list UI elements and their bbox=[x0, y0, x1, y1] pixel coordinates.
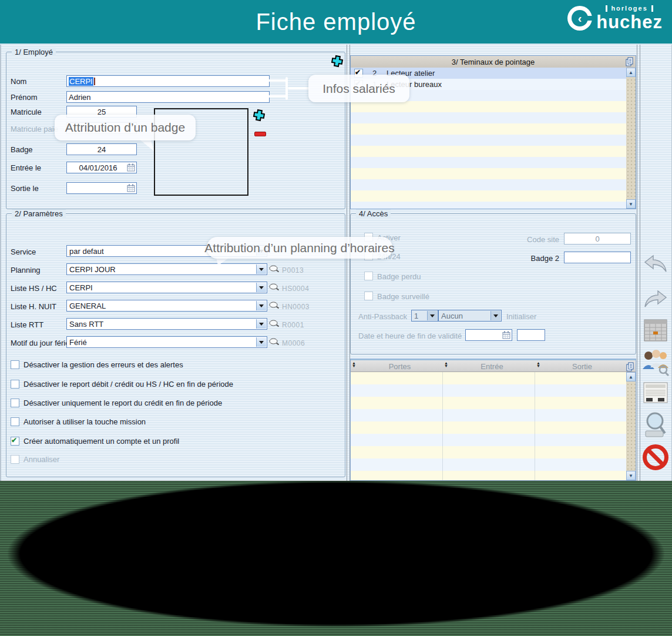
scroll-up-button[interactable]: ▲ bbox=[626, 372, 636, 381]
redo-arrow-icon[interactable] bbox=[640, 289, 671, 309]
entree-date-input[interactable]: 04/01/2016 bbox=[66, 162, 137, 173]
chevron-down-icon[interactable] bbox=[256, 265, 266, 274]
terminaux-scrollbar[interactable]: ▲ ▼ bbox=[626, 68, 636, 209]
calendar-icon[interactable] bbox=[127, 163, 135, 172]
checkbox-label: Annualiser bbox=[23, 455, 59, 464]
group-employe-legend: 1/ Employé bbox=[12, 48, 56, 56]
portes-table-header: ▲▼ Portes ▲▼ Entrée ▲▼ Sortie bbox=[351, 359, 636, 372]
checkbox-annualiser[interactable] bbox=[11, 455, 19, 464]
liste-nuit-code: HN0003 bbox=[282, 303, 310, 311]
undo-arrow-icon[interactable] bbox=[640, 254, 671, 274]
anti-passback-label: Anti-Passback bbox=[358, 312, 407, 321]
tooltip-connector bbox=[288, 87, 310, 89]
copy-icon[interactable] bbox=[626, 57, 633, 68]
sortie-label: Sortie le bbox=[11, 184, 39, 193]
terminaux-header: 3/ Teminaux de pointage bbox=[351, 56, 636, 68]
screenshot-root: Fiche employé ‹ horloges huchez 1/ Emplo… bbox=[0, 0, 672, 636]
employees-group-icon[interactable] bbox=[640, 348, 671, 376]
checkbox-desactiver-credit[interactable] bbox=[11, 399, 19, 407]
motif-ferie-label: Motif du jour férié bbox=[11, 339, 69, 347]
liste-rtt-label: Liste RTT bbox=[11, 320, 43, 329]
checkbox-touche-mission[interactable] bbox=[11, 417, 19, 426]
code-site-input[interactable]: 0 bbox=[564, 233, 631, 245]
liste-nuit-combo[interactable]: GENERAL bbox=[66, 300, 267, 312]
lookup-icon[interactable] bbox=[269, 320, 279, 329]
tooltip-attribution-planning: Attribution d’un planning d’horaires bbox=[207, 237, 392, 259]
search-preview-icon[interactable] bbox=[640, 411, 671, 440]
entree-label: Entrée le bbox=[11, 163, 41, 172]
add-employee-button[interactable] bbox=[331, 55, 344, 69]
portes-scrollbar[interactable]: ▲ ▼ bbox=[626, 372, 636, 480]
liste-hs-code: HS0004 bbox=[282, 284, 309, 293]
badge-input[interactable]: 24 bbox=[66, 143, 137, 155]
text-caret bbox=[94, 78, 95, 85]
huchez-logo: ‹ horloges huchez bbox=[567, 5, 663, 31]
tooltip-infos-salaries: Infos salariés bbox=[308, 75, 409, 102]
checkbox-label: Créer automatiquement un compte et un pr… bbox=[23, 437, 179, 446]
lookup-icon[interactable] bbox=[269, 283, 279, 293]
clock-icon: ‹ bbox=[567, 6, 592, 31]
scroll-up-button[interactable]: ▲ bbox=[626, 68, 636, 77]
group-parametres-legend: 2/ Paramètres bbox=[12, 209, 66, 218]
prenom-input[interactable]: Adrien bbox=[66, 91, 270, 103]
checkbox-desactiver-report[interactable] bbox=[11, 380, 19, 389]
chevron-down-icon[interactable] bbox=[256, 301, 266, 310]
portes-empty-rows bbox=[351, 372, 626, 480]
scroll-down-button[interactable]: ▼ bbox=[626, 199, 636, 209]
scroll-down-button[interactable]: ▼ bbox=[626, 471, 636, 480]
sort-icon[interactable]: ▲▼ bbox=[444, 361, 448, 367]
lookup-icon[interactable] bbox=[269, 338, 279, 347]
checkbox-badge-perdu[interactable] bbox=[364, 272, 373, 280]
chevron-down-icon[interactable] bbox=[427, 311, 437, 320]
matricule-label: Matricule bbox=[11, 108, 42, 116]
checkbox-label: Badge surveillé bbox=[377, 292, 429, 301]
sortie-date-input[interactable] bbox=[66, 182, 137, 194]
checkbox-label: Désactiver uniquement le report du crédi… bbox=[23, 399, 222, 407]
planning-grid-icon[interactable] bbox=[640, 317, 671, 343]
checkbox-label: Badge perdu bbox=[377, 272, 421, 281]
lookup-icon[interactable] bbox=[269, 302, 279, 311]
column-portes[interactable]: Portes bbox=[357, 362, 443, 371]
chevron-down-icon[interactable] bbox=[256, 283, 266, 292]
motif-ferie-code: M0006 bbox=[282, 339, 305, 347]
checkbox-desactiver-erreurs[interactable] bbox=[11, 360, 19, 369]
liste-rtt-code: R0001 bbox=[282, 321, 304, 329]
liste-nuit-label: Liste H. NUIT bbox=[11, 302, 56, 311]
calendar-icon[interactable] bbox=[127, 184, 135, 192]
nom-input[interactable]: CERPI bbox=[66, 75, 270, 87]
matricule-paie-label: Matricule paie bbox=[11, 125, 58, 133]
badge2-label: Badge 2 bbox=[499, 254, 559, 263]
calendar-icon[interactable] bbox=[502, 331, 510, 339]
terminaux-empty-rows bbox=[351, 90, 626, 209]
anti-passback-count-combo[interactable]: 1 bbox=[411, 310, 438, 322]
liste-hs-combo[interactable]: CERPI bbox=[66, 282, 267, 293]
portes-table: ▲▼ Portes ▲▼ Entrée ▲▼ Sortie ▲ ▼ bbox=[350, 359, 636, 481]
prenom-label: Prénom bbox=[11, 93, 38, 102]
newspaper-icon[interactable] bbox=[640, 381, 671, 404]
add-photo-button[interactable] bbox=[253, 109, 266, 123]
sort-icon[interactable]: ▲▼ bbox=[536, 361, 540, 367]
badge2-input[interactable] bbox=[564, 252, 631, 263]
column-sortie[interactable]: Sortie bbox=[541, 362, 623, 371]
chevron-down-icon[interactable] bbox=[490, 311, 500, 320]
checkbox-creer-compte[interactable] bbox=[11, 437, 19, 446]
liste-rtt-combo[interactable]: Sans RTT bbox=[66, 318, 267, 330]
planning-combo[interactable]: CERPI JOUR bbox=[66, 263, 267, 275]
anti-passback-mode-combo[interactable]: Aucun bbox=[438, 310, 502, 322]
liste-hs-label: Liste HS / HC bbox=[11, 284, 57, 293]
tooltip-connector bbox=[268, 79, 288, 82]
planning-code: P0013 bbox=[282, 266, 304, 275]
motif-ferie-combo[interactable]: Férié bbox=[66, 336, 267, 348]
sort-icon[interactable]: ▲▼ bbox=[352, 361, 356, 367]
chevron-down-icon[interactable] bbox=[256, 319, 266, 329]
column-entree[interactable]: Entrée bbox=[449, 362, 535, 371]
badge-label: Badge bbox=[11, 145, 33, 154]
chevron-down-icon[interactable] bbox=[256, 337, 266, 347]
validite-time-input[interactable] bbox=[517, 329, 545, 341]
validite-date-input[interactable] bbox=[465, 329, 512, 341]
nom-selected-text: CERPI bbox=[69, 77, 93, 86]
remove-photo-button[interactable] bbox=[254, 132, 266, 136]
checkbox-badge-surveille[interactable] bbox=[364, 292, 373, 300]
lookup-icon[interactable] bbox=[269, 265, 279, 275]
forbidden-icon[interactable] bbox=[640, 444, 671, 470]
